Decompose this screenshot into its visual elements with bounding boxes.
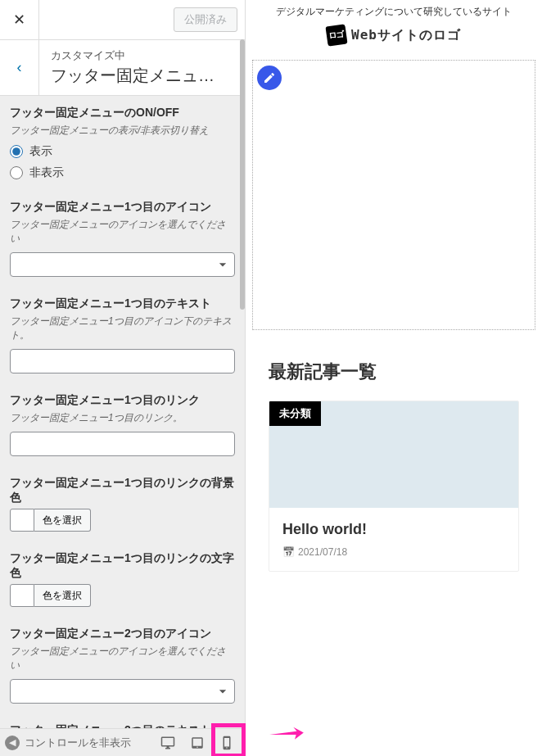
radio-show[interactable]: 表示 bbox=[10, 144, 235, 159]
breadcrumb-title: フッター固定メニュ… bbox=[51, 65, 233, 87]
input-link1[interactable] bbox=[10, 432, 235, 456]
section-title-icon1: フッター固定メニュー1つ目のアイコン bbox=[10, 200, 235, 215]
sidebar-header: ✕ 公開済み bbox=[0, 0, 245, 40]
radio-hide[interactable]: 非表示 bbox=[10, 165, 235, 180]
pencil-icon bbox=[263, 71, 276, 84]
collapse-label: コントロールを非表示 bbox=[25, 736, 131, 750]
section-desc-text1: フッター固定メニュー1つ目のアイコン下のテキスト。 bbox=[10, 315, 235, 342]
edit-shortcut-button[interactable] bbox=[257, 66, 282, 90]
desktop-icon bbox=[160, 736, 175, 750]
logo-text: Webサイトのロゴ bbox=[351, 27, 461, 44]
posts-section: 最新記事一覧 未分類 Hello world! 2021/07/18 bbox=[246, 337, 542, 595]
customizer-sidebar: ✕ 公開済み ‹ カスタマイズ中 フッター固定メニュ… フッター固定メニューのO… bbox=[0, 0, 246, 728]
radio-hide-input[interactable] bbox=[10, 166, 23, 179]
radio-show-input[interactable] bbox=[10, 145, 23, 158]
footer-bar: ◀ コントロールを非表示 bbox=[0, 728, 246, 756]
site-tagline: デジタルマーケティングについて研究しているサイト bbox=[254, 5, 534, 19]
post-category-badge[interactable]: 未分類 bbox=[269, 401, 321, 426]
chevron-left-icon: ‹ bbox=[17, 59, 22, 76]
post-card[interactable]: 未分類 Hello world! 2021/07/18 bbox=[269, 401, 519, 572]
tablet-icon bbox=[190, 736, 205, 750]
breadcrumb-label: カスタマイズ中 bbox=[51, 48, 233, 63]
section-desc-icon2: フッター固定メニューのアイコンを選んでください bbox=[10, 645, 235, 672]
color-button-bg1[interactable]: 色を選択 bbox=[34, 509, 91, 532]
annotation-arrow bbox=[266, 722, 307, 749]
input-text1[interactable] bbox=[10, 349, 235, 373]
device-tablet-button[interactable] bbox=[183, 729, 211, 757]
sidebar-scrollbar[interactable] bbox=[240, 39, 245, 310]
section-desc-onoff: フッター固定メニューの表示/非表示切り替え bbox=[10, 124, 235, 138]
device-desktop-button[interactable] bbox=[154, 729, 182, 757]
select-icon2[interactable] bbox=[10, 679, 235, 704]
section-title-textcolor1: フッター固定メニュー1つ目のリンクの文字色 bbox=[10, 551, 235, 581]
mobile-icon bbox=[219, 736, 234, 750]
section-desc-icon1: フッター固定メニューのアイコンを選んでください bbox=[10, 218, 235, 246]
publish-button[interactable]: 公開済み bbox=[174, 7, 237, 32]
post-date: 2021/07/18 bbox=[282, 546, 505, 558]
collapse-icon: ◀ bbox=[5, 736, 20, 750]
breadcrumb: ‹ カスタマイズ中 フッター固定メニュ… bbox=[0, 40, 245, 96]
section-desc-link1: フッター固定メニュー1つ目のリンク。 bbox=[10, 411, 235, 425]
section-title-link1: フッター固定メニュー1つ目のリンク bbox=[10, 393, 235, 408]
close-button[interactable]: ✕ bbox=[0, 0, 39, 39]
radio-hide-label: 非表示 bbox=[29, 165, 64, 180]
site-logo[interactable]: ロゴ Webサイトのロゴ bbox=[254, 25, 534, 45]
preview-pane: デジタルマーケティングについて研究しているサイト ロゴ Webサイトのロゴ 最新… bbox=[246, 0, 542, 756]
posts-heading: 最新記事一覧 bbox=[269, 360, 519, 384]
preview-header: デジタルマーケティングについて研究しているサイト ロゴ Webサイトのロゴ bbox=[246, 0, 542, 53]
section-title-text1: フッター固定メニュー1つ目のテキスト bbox=[10, 297, 235, 311]
section-title-onoff: フッター固定メニューのON/OFF bbox=[10, 106, 235, 120]
logo-badge-icon: ロゴ bbox=[325, 24, 347, 46]
collapse-controls-button[interactable]: ◀ コントロールを非表示 bbox=[5, 736, 154, 750]
device-mobile-button[interactable] bbox=[213, 729, 241, 757]
post-title[interactable]: Hello world! bbox=[282, 521, 505, 538]
back-button[interactable]: ‹ bbox=[0, 40, 39, 95]
radio-show-label: 表示 bbox=[29, 144, 52, 159]
color-swatch-bg1[interactable] bbox=[10, 509, 34, 532]
widget-placeholder-area[interactable] bbox=[252, 60, 535, 330]
color-button-text1[interactable]: 色を選択 bbox=[34, 584, 91, 607]
controls-panel: フッター固定メニューのON/OFF フッター固定メニューの表示/非表示切り替え … bbox=[0, 96, 245, 728]
select-icon1[interactable] bbox=[10, 252, 235, 277]
post-thumbnail: 未分類 bbox=[269, 401, 518, 508]
section-title-icon2: フッター固定メニュー2つ目のアイコン bbox=[10, 627, 235, 641]
color-swatch-text1[interactable] bbox=[10, 584, 34, 607]
section-title-bgcolor1: フッター固定メニュー1つ目のリンクの背景色 bbox=[10, 476, 235, 505]
